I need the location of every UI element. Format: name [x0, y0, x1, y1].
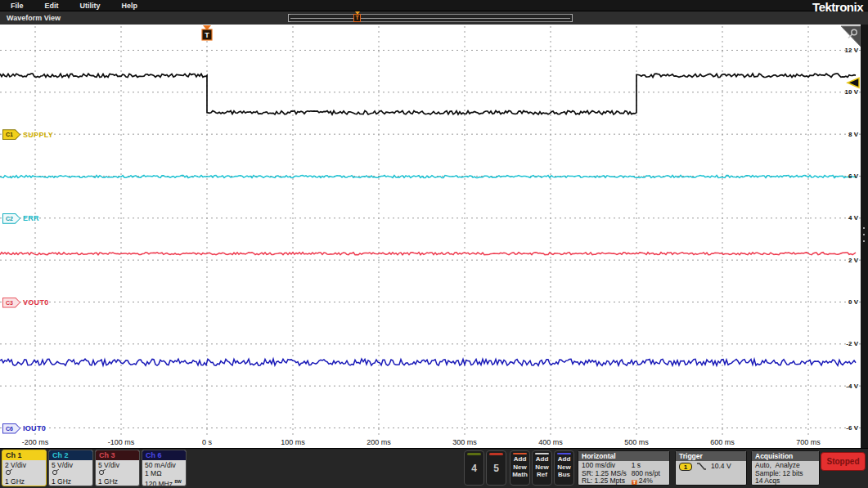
channel-tag-text: C6	[3, 424, 20, 433]
add-new-math-button[interactable]: Add New Math	[510, 450, 530, 486]
bandwidth: 1 GHz	[98, 477, 137, 486]
y-tick-label: 6 V	[829, 172, 858, 180]
trace-label-err[interactable]: C2ERR	[2, 213, 39, 224]
channel-5-button[interactable]: 5	[486, 450, 506, 486]
ch1-level-arrow-icon[interactable]	[848, 78, 859, 87]
channel-tag-text: C3	[3, 298, 20, 307]
channel-tag-text: C1	[3, 130, 20, 139]
acquisition-panel[interactable]: Acquisition Auto, Analyze Sample: 12 bit…	[751, 450, 820, 486]
waveform-plot[interactable]: T 12 V10 V8 V6 V4 V2 V0 V-2 V-4 V-6 V -2…	[0, 25, 868, 448]
menu-file[interactable]: File	[0, 2, 34, 10]
vertical-scale: 5 V/div	[52, 461, 90, 469]
plot-right-edge-strip	[861, 25, 868, 448]
channel-5-color-stripe	[489, 453, 503, 455]
channel-badge-header: Ch 3	[96, 450, 139, 460]
bus-color-stripe	[557, 453, 571, 454]
view-tab-bar: Waveform View T	[0, 11, 868, 25]
y-tick-label: -6 V	[829, 424, 858, 432]
acq-count: 14 Acqs	[755, 477, 816, 486]
add-label: Add	[510, 455, 529, 463]
channel-tag-icon[interactable]: C3	[2, 298, 20, 308]
trace-label-supply[interactable]: C1SUPPLY	[2, 129, 53, 141]
channel-tag-icon[interactable]: C2	[2, 213, 20, 224]
falling-edge-icon	[696, 462, 707, 471]
trace-iout0[interactable]	[0, 359, 856, 365]
acq-analyze: Analyze	[776, 461, 800, 469]
x-tick-label: -200 ms	[13, 438, 57, 446]
new-label: New	[555, 463, 573, 472]
y-tick-label: 10 V	[829, 88, 858, 96]
trigger-position-percent: 24%	[639, 477, 653, 485]
overview-trigger-marker[interactable]: T	[353, 14, 361, 22]
channel-badge-body: 2 V/div 1 GHz	[2, 460, 46, 486]
drag-handle-icon[interactable]	[863, 227, 866, 242]
channel-badge-ch1[interactable]: Ch 1 2 V/div 1 GHz	[2, 450, 47, 486]
x-tick-label: 500 ms	[614, 438, 659, 446]
horizontal-panel[interactable]: Horizontal 100 ms/div 1 s SR: 1.25 MS/s …	[578, 450, 670, 486]
channel-badge-body: 5 V/div 1 GHz	[49, 460, 92, 486]
bandwidth-limit-icon: BW	[174, 479, 181, 484]
channel-badge-header: Ch 2	[49, 450, 92, 460]
channel-badge-header: Ch 6	[142, 450, 186, 460]
x-tick-label: 200 ms	[357, 438, 401, 446]
math-color-stripe	[513, 453, 527, 454]
channel-badge-ch6[interactable]: Ch 6 50 mA/div 1 MΩ 120 MHz BW	[142, 450, 187, 486]
oscilloscope-app: File Edit Utility Help Tektronix Wavefor…	[0, 0, 868, 488]
horizontal-position-overview[interactable]: T	[288, 14, 573, 22]
add-new-bus-button[interactable]: Add New Bus	[554, 450, 574, 486]
channel-4-label: 4	[465, 463, 483, 474]
channel-5-label: 5	[487, 463, 506, 474]
channel-4-button[interactable]: 4	[464, 450, 484, 486]
x-tick-label: 700 ms	[786, 438, 830, 446]
vertical-scale: 2 V/div	[5, 461, 43, 469]
y-tick-label: 12 V	[829, 47, 858, 54]
trace-supply[interactable]	[0, 74, 856, 114]
bandwidth: 120 MHz	[145, 480, 173, 486]
new-label: New	[533, 463, 551, 472]
trigger-panel-title: Trigger	[676, 451, 746, 461]
new-label: New	[510, 463, 529, 472]
channel-badge-body: 50 mA/div 1 MΩ 120 MHz BW	[142, 460, 186, 486]
trigger-panel[interactable]: Trigger 1 10.4 V	[675, 450, 747, 486]
channel-badge-body: 5 V/div 1 GHz	[96, 460, 139, 486]
x-tick-label: -100 ms	[99, 438, 143, 446]
trace-vout0[interactable]	[0, 253, 856, 255]
overview-record-line	[290, 18, 570, 19]
bandwidth: 1 GHz	[5, 477, 43, 486]
add-new-ref-button[interactable]: Add New Ref	[532, 450, 552, 486]
probe-icon	[98, 469, 106, 476]
trigger-position-icon: T	[632, 480, 637, 486]
y-tick-label: 2 V	[829, 257, 858, 264]
channel-badge-header: Ch 1	[2, 450, 46, 460]
vertical-scale: 5 V/div	[98, 461, 137, 469]
probe-icon	[5, 469, 13, 476]
trace-label-vout0[interactable]: C3VOUT0	[2, 297, 49, 308]
channel-badge-ch3[interactable]: Ch 3 5 V/div 1 GHz	[95, 450, 140, 486]
channel-badge-ch2[interactable]: Ch 2 5 V/div 1 GHz	[48, 450, 93, 486]
input-impedance: 1 MΩ	[145, 469, 183, 477]
vertical-scale: 50 mA/div	[145, 461, 183, 469]
menu-help[interactable]: Help	[111, 2, 149, 10]
horizontal-panel-title: Horizontal	[578, 451, 669, 461]
menu-utility[interactable]: Utility	[70, 2, 111, 10]
ref-color-stripe	[535, 453, 549, 454]
stopped-button[interactable]: Stopped	[821, 452, 866, 471]
trace-name: ERR	[23, 214, 39, 222]
channel-tag-icon[interactable]: C6	[2, 423, 20, 434]
x-tick-label: 300 ms	[443, 438, 487, 446]
trace-label-iout0[interactable]: C6IOUT0	[2, 423, 46, 434]
y-tick-label: 8 V	[829, 131, 858, 138]
channel-tag-icon[interactable]: C1	[2, 129, 20, 140]
channel-tag-text: C2	[3, 214, 20, 223]
acquisition-panel-body: Auto, Analyze Sample: 12 bits 14 Acqs	[752, 461, 819, 486]
math-label: Math	[510, 471, 529, 479]
trigger-level: 10.4 V	[711, 463, 731, 471]
waveform-view-tab[interactable]: Waveform View	[7, 14, 61, 22]
y-tick-label: -4 V	[829, 383, 858, 390]
trace-err[interactable]	[0, 176, 856, 178]
trace-name: SUPPLY	[23, 131, 53, 139]
x-tick-label: 0 s	[185, 438, 229, 446]
probe-icon	[52, 469, 60, 476]
menu-edit[interactable]: Edit	[34, 2, 70, 10]
waveform-canvas[interactable]: T	[0, 25, 861, 448]
